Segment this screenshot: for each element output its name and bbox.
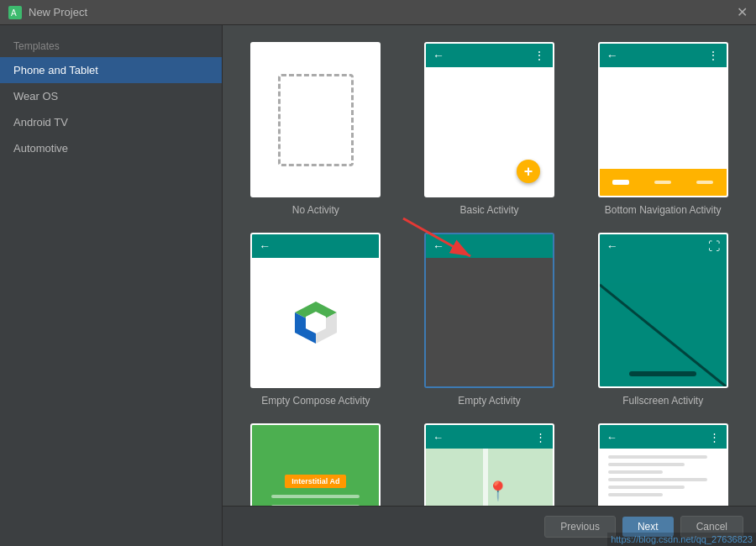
template-empty-compose[interactable]: ← [239,233,392,407]
ad-preview: Interstitial Ad [250,423,381,506]
back-arrow-icon-3: ← [259,239,270,253]
back-arrow-icon-4: ← [433,239,444,253]
map-pin-icon: 📍 [486,480,509,502]
title-bar: A New Project ✕ [0,0,756,25]
template-fullscreen[interactable]: ← ⛶ Fullscreen Activity [586,233,739,407]
bottom-nav-label: Bottom Navigation Activity [605,204,722,216]
back-arrow-icon-2: ← [606,49,618,62]
maps-dots-icon: ⋮ [535,431,546,444]
no-activity-label: No Activity [292,204,339,216]
sidebar: Templates Phone and Tablet Wear OS Andro… [0,25,223,546]
diagonal-line-icon [600,234,728,388]
fullscreen-preview: ← ⛶ [598,233,728,388]
sidebar-item-wear-os[interactable]: Wear OS [0,83,222,109]
scrollable-preview: ← ⋮ [598,423,728,506]
watermark: https://blog.csdn.net/qq_27636823 [607,533,756,546]
close-button[interactable]: ✕ [737,4,748,20]
sidebar-section-label: Templates [0,34,222,57]
fab-button: + [517,160,540,183]
previous-button[interactable]: Previous [544,516,616,538]
template-maps[interactable]: ← ⋮ 📍 Google Maps Activity [413,423,566,506]
basic-activity-label: Basic Activity [459,204,518,216]
maps-back-icon: ← [433,431,444,444]
empty-activity-preview: ← [424,233,554,388]
templates-grid: No Activity ← ⋮ + Basic Activity [223,25,756,506]
dots-icon-2: ⋮ [707,49,720,62]
no-activity-preview [250,42,381,197]
window-title: New Project [29,6,87,18]
sidebar-item-android-tv[interactable]: Android TV [0,109,222,135]
template-basic-activity[interactable]: ← ⋮ + Basic Activity [413,42,566,216]
maps-preview: ← ⋮ 📍 [424,423,554,506]
basic-activity-preview: ← ⋮ + [424,42,554,197]
template-scrollable[interactable]: ← ⋮ Scrollable A [586,423,739,506]
content-area: No Activity ← ⋮ + Basic Activity [223,25,756,546]
dashed-box [278,74,354,166]
template-bottom-nav[interactable]: ← ⋮ Bottom Navigation Activity [586,42,739,216]
dots-icon: ⋮ [533,49,546,62]
list-back-icon: ← [606,431,617,444]
ad-line-1 [271,495,360,498]
svg-text:A: A [11,8,17,18]
title-bar-left: A New Project [8,6,87,19]
template-empty-activity[interactable]: ← Empty Activity [413,233,566,407]
compose-cube-icon [291,297,341,348]
ad-line-2 [271,505,360,507]
sidebar-item-automotive[interactable]: Automotive [0,135,222,161]
bottom-nav-preview: ← ⋮ [598,42,728,197]
main-layout: Templates Phone and Tablet Wear OS Andro… [0,25,756,546]
sidebar-item-phone-tablet[interactable]: Phone and Tablet [0,57,222,83]
template-no-activity[interactable]: No Activity [239,42,392,216]
compose-preview: ← [250,233,381,388]
back-arrow-icon: ← [433,49,444,62]
empty-activity-label: Empty Activity [458,395,521,407]
app-icon: A [8,6,22,19]
list-dots-icon: ⋮ [709,431,720,444]
compose-label: Empty Compose Activity [261,395,370,407]
fullscreen-label: Fullscreen Activity [622,395,703,407]
template-interstitial-ad[interactable]: Interstitial Ad Interstitial Ad Activity [239,423,392,506]
ad-label-box: Interstitial Ad [285,475,346,488]
